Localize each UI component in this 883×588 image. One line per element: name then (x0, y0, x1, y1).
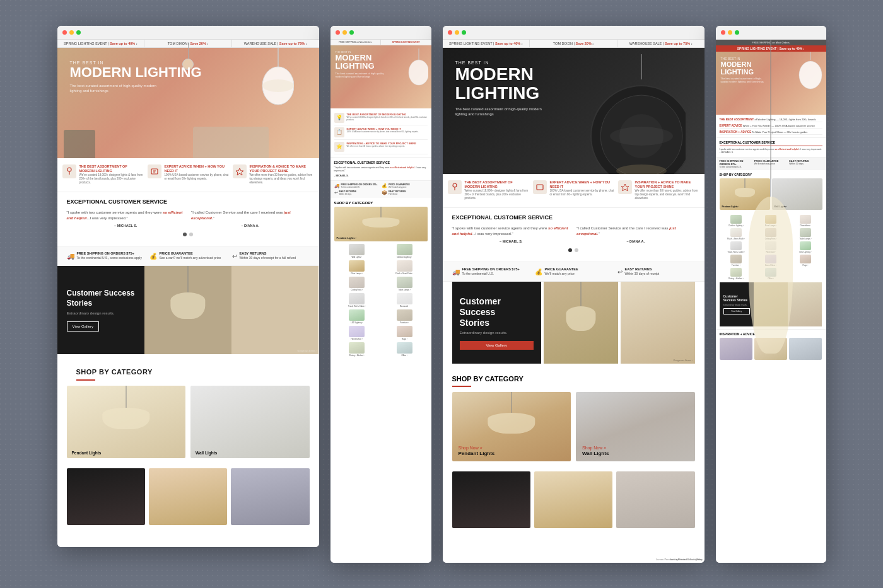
s2-cat-icon-home[interactable]: Home Décor › (334, 326, 380, 340)
s2-cat-pendant[interactable]: Pendant Lights › (334, 207, 428, 241)
s2-cat-icon-rugs[interactable]: Rugs › (382, 326, 428, 340)
s3-view-gallery-btn[interactable]: View Gallery (460, 341, 534, 350)
s2-cat-img-led (349, 309, 365, 321)
s3-cat-grid: Pendant Lights Shop Now » Wall Lights Sh… (452, 392, 695, 461)
s2-cat-label-dining: Dining + Kitchen › (349, 354, 365, 357)
shop-section-1: SHOP BY CATEGORY Pendant Lights Wall Lig… (57, 354, 319, 464)
s4-hero-title: MODERNLIGHTING (721, 61, 765, 76)
s2-cat-img-dining (349, 342, 365, 354)
s2-cat-label-track: Track, Rail + Cable › (348, 305, 365, 308)
s4-icon-rugs[interactable]: Rugs › (789, 255, 822, 267)
features-row-3: THE BEST ASSORTMENT of Modern Lighting W… (443, 174, 705, 208)
feature-sub-3: We offer more than 30 how-to guides, adv… (250, 173, 314, 185)
s3-gal-img2: Gorgeous Items › (621, 282, 695, 364)
lamp-shade-2 (170, 292, 205, 319)
s2-feat-2: 📋 EXPERT ADVICE When + How You Need It 1… (334, 125, 428, 140)
s2-cat-icon-wall[interactable]: Wall Lights › (334, 244, 380, 258)
s2-feat-text-2: EXPERT ADVICE When + How You Need It 100… (347, 127, 419, 137)
s4-icon-label-flush: Flush + Semi-Flush › (727, 238, 745, 240)
svg-point-10 (409, 60, 428, 85)
cat-wall-1[interactable]: Wall Lights (190, 386, 310, 458)
s3-gal-img1 (544, 282, 618, 364)
chair-decoration (64, 130, 95, 158)
s2-ship-returns-text: EASY RETURNS Within 30 days (339, 190, 356, 195)
s4-icon-box-rugs (800, 255, 811, 263)
s2-exceptional: EXCEPTIONAL CUSTOMER SERVICE "I spoke wi… (330, 157, 431, 181)
s2-cat-label-led: LED Lighting › (351, 321, 363, 324)
s3-price-icon: 💰 (535, 268, 542, 275)
s4-icon-box-flush (730, 228, 742, 237)
s4-icon-label-outdoor: Outdoor Lighting › (728, 224, 744, 227)
s2-cat-img-office (397, 342, 412, 354)
s3-cat-wall[interactable]: Wall Lights Shop Now » (576, 392, 695, 461)
s3-cat-shop-wall: Shop Now » (582, 446, 606, 450)
dot-red-3 (448, 30, 452, 35)
s4-icon-outdoor[interactable]: Outdoor Lighting › (720, 215, 753, 227)
s4-gal-title: Customer Success Stories (723, 294, 750, 302)
s3-cat-pendant[interactable]: Pendant Lights Shop Now » (452, 392, 571, 461)
cat-label-pendant-1: Pendant Lights (72, 451, 102, 455)
s4-icon-box-dining (730, 268, 742, 277)
banner-item-spring[interactable]: SPRING LIGHTING EVENT | Save up to 40% › (57, 40, 145, 47)
s2-ship-returns: ↩ EASY RETURNS Within 30 days (334, 190, 380, 195)
s4-icon-furniture[interactable]: Furniture › (720, 255, 753, 267)
s2-cat-icon-office[interactable]: Office › (382, 342, 428, 357)
s2-cat-icon-ceiling[interactable]: Ceiling Fans › (334, 277, 380, 291)
s3-feature-icon-2 (533, 180, 547, 194)
s4-icon-dining[interactable]: Dining + Kitchen › (720, 268, 753, 280)
shipping-price-text: PRICE GUARANTEE See a cart? we'll match … (160, 251, 221, 261)
dot-yellow-1 (69, 30, 74, 35)
s3-gal-title: CustomerSuccessStories (460, 296, 534, 328)
dot-2[interactable] (189, 233, 193, 236)
s3-dot-1[interactable] (568, 248, 572, 252)
view-gallery-btn-1[interactable]: View Gallery (67, 321, 100, 331)
s4-gal-btn[interactable]: View Gallery (723, 308, 750, 314)
s4-icon-box-furniture (730, 255, 742, 263)
s3-ship-returns-text: EASY RETURNS Within 30 days of receipt (625, 267, 660, 277)
dot-green-4 (735, 30, 739, 35)
s2-cat-icon-outdoor[interactable]: Outdoor Lighting › (382, 244, 428, 258)
s4-icon-table[interactable]: Table Lamps › (789, 228, 822, 240)
s2-cat-icon-floor[interactable]: Floor Lamps › (334, 260, 380, 275)
s3-dot-2[interactable] (575, 248, 578, 252)
dot-1[interactable] (183, 233, 187, 236)
s2-feat-text-1: THE BEST ASSORTMENT of Modern Lighting W… (347, 113, 428, 123)
s2-cat-label-recessed: Recessed › (400, 305, 409, 308)
s3-feat-text-3: INSPIRATION + ADVICE To Make Your Projec… (635, 180, 699, 201)
s2-cat-icon-table[interactable]: Table Lamps › (382, 277, 428, 291)
s2-cat-icon-flush[interactable]: Flush + Semi-Flush › (382, 260, 428, 275)
svg-rect-20 (537, 185, 543, 190)
s3-test-text-2: "I called Customer Service and the care … (576, 226, 695, 237)
testimonial-author-1: – MICHAEL S. (67, 224, 185, 228)
s3-banner-spring[interactable]: SPRING LIGHTING EVENT | Save up to 40% › (443, 40, 530, 47)
s3-feature-3: INSPIRATION + ADVICE To Make Your Projec… (618, 180, 699, 201)
s4-cat-label-pendant: Pendant Lights › (722, 205, 739, 208)
feature-icon-2 (148, 164, 161, 178)
s4-icon-chandelier[interactable]: Chandeliers › (789, 215, 822, 227)
s2-cat-icon-recessed[interactable]: Recessed › (382, 293, 428, 308)
s2-cat-icon-led[interactable]: LED Lighting › (334, 309, 380, 324)
s2-cat-label-rugs: Rugs › (402, 338, 407, 340)
s4-icon-track[interactable]: Track, Rail + Cable › (720, 241, 753, 253)
s3-cat-shade-1 (488, 413, 535, 434)
feature-icon-3 (233, 164, 247, 178)
s2-cat-icon-track[interactable]: Track, Rail + Cable › (334, 293, 380, 308)
s2-cat-label-table: Table Lamps › (399, 289, 411, 291)
s2-cat-icon-furniture[interactable]: Furniture › (382, 309, 428, 324)
cat-pendant-1[interactable]: Pendant Lights (67, 386, 186, 458)
s4-icon-led[interactable]: LED Lighting › (789, 241, 822, 253)
feature-assortment: THE BEST ASSORTMENT of Modern Lighting W… (62, 164, 144, 185)
s3-banner-warehouse[interactable]: WAREHOUSE SALE | Save up to 75% › (617, 40, 705, 47)
s3-banner-tom[interactable]: TOM DIXON | Save 20% › (530, 40, 617, 47)
s3-ship-price-text: PRICE GUARANTEE We'll match any price (545, 267, 578, 277)
hero-title-1: MODERN LIGHTING (70, 65, 202, 80)
s3-shipping-returns: ↩ EASY RETURNS Within 30 days of receipt (617, 267, 695, 277)
s3-bottom-row: Lumen Pendant Light from Disko Lighting … (443, 468, 705, 532)
s2-cat-icons: Wall Lights › Outdoor Lighting › Floor L… (330, 241, 431, 359)
banner-item-warehouse[interactable]: WAREHOUSE SALE | Save up to 75% › (232, 40, 319, 47)
s4-icon-flush[interactable]: Flush + Semi-Flush › (720, 228, 753, 240)
s2-cat-icon-dining[interactable]: Dining + Kitchen › (334, 342, 380, 357)
gallery-title-1: Customer Success Stories (67, 289, 135, 308)
s3-feature-icon-3 (618, 180, 632, 194)
s4-shade-1 (735, 188, 755, 197)
